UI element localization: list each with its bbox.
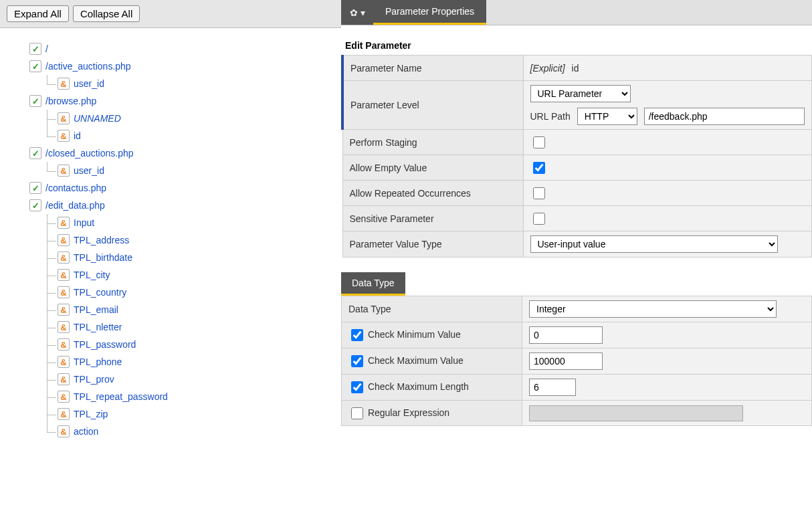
- max-value-input[interactable]: [529, 352, 603, 370]
- data-type-table: Data Type Integer Check Minimum Value: [341, 296, 812, 426]
- tree-item-label[interactable]: TPL_password: [74, 339, 136, 350]
- caret-down-icon: ▾: [361, 7, 365, 18]
- param-name-value-cell: [Explicit] id: [523, 56, 812, 81]
- tree-param-row[interactable]: &TPL_nletter: [58, 318, 334, 336]
- file-icon: ✓: [29, 60, 41, 72]
- tree-item-label[interactable]: /: [45, 43, 48, 54]
- regex-input-disabled: [529, 405, 743, 421]
- min-value-input[interactable]: [529, 326, 603, 344]
- collapse-all-button[interactable]: Collapse All: [73, 5, 140, 22]
- check-len-checkbox[interactable]: [351, 381, 363, 393]
- param-level-label: Parameter Level: [342, 81, 523, 130]
- tree-param-row[interactable]: &TPL_repeat_password: [58, 388, 334, 405]
- url-path-input[interactable]: [644, 108, 805, 125]
- tree-param-row[interactable]: &action: [58, 423, 334, 440]
- tree-param-row[interactable]: &user_id: [58, 162, 334, 179]
- tree-param-row[interactable]: &TPL_city: [58, 266, 334, 284]
- url-path-protocol-select[interactable]: HTTP: [577, 108, 637, 125]
- tree-item-label[interactable]: TPL_address: [74, 235, 129, 245]
- tree-item-label[interactable]: TPL_zip: [74, 409, 108, 419]
- tree-item-label[interactable]: TPL_country: [74, 287, 126, 298]
- param-icon: &: [58, 408, 70, 420]
- param-icon: &: [58, 391, 70, 403]
- tree-item-label[interactable]: id: [74, 130, 81, 141]
- tree-param-row[interactable]: &user_id: [58, 75, 334, 92]
- param-icon: &: [58, 112, 70, 124]
- tree-file-row[interactable]: ✓/contactus.php: [29, 179, 334, 197]
- tree-param-row[interactable]: &id: [58, 127, 334, 144]
- regex-checkbox[interactable]: [351, 407, 363, 419]
- check-max-checkbox[interactable]: [351, 355, 363, 367]
- tree-item-label[interactable]: TPL_birthdate: [74, 252, 132, 263]
- param-name-label: Parameter Name: [342, 56, 523, 81]
- tree-param-row[interactable]: &TPL_password: [58, 336, 334, 353]
- check-min-checkbox[interactable]: [351, 329, 363, 341]
- data-type-label: Data Type: [342, 296, 522, 322]
- properties-panel: ✿ ▾ Parameter Properties Edit Parameter …: [341, 0, 812, 509]
- allow-empty-checkbox[interactable]: [533, 162, 545, 174]
- tree-item-label[interactable]: action: [74, 426, 98, 437]
- tab-parameter-properties[interactable]: Parameter Properties: [373, 0, 486, 25]
- param-level-select[interactable]: URL Parameter: [530, 85, 631, 102]
- panel-tabbar: ✿ ▾ Parameter Properties: [341, 0, 812, 25]
- tree-item-label[interactable]: /active_auctions.php: [45, 61, 131, 72]
- check-len-label: Check Maximum Length: [368, 381, 469, 392]
- param-icon: &: [58, 425, 70, 437]
- tree-file-row[interactable]: ✓/edit_data.php: [29, 197, 334, 214]
- tree-item-label[interactable]: TPL_email: [74, 304, 118, 315]
- tree-item-label[interactable]: TPL_phone: [74, 357, 122, 367]
- param-icon: &: [58, 78, 70, 90]
- perform-staging-checkbox[interactable]: [533, 136, 545, 148]
- tree-item-label[interactable]: user_id: [74, 78, 104, 89]
- settings-gear-tab[interactable]: ✿ ▾: [341, 0, 373, 25]
- param-value-type-select[interactable]: User-input value: [530, 235, 778, 253]
- tree-toolbar: Expand All Collapse All: [0, 0, 341, 28]
- expand-all-button[interactable]: Expand All: [7, 5, 69, 22]
- tree-item-label[interactable]: UNNAMED: [74, 113, 121, 124]
- tree-item-label[interactable]: /contactus.php: [45, 183, 106, 193]
- param-icon: &: [58, 217, 70, 229]
- sensitive-param-label: Sensitive Parameter: [342, 206, 523, 231]
- tree-param-row[interactable]: &TPL_phone: [58, 353, 334, 371]
- allow-empty-label: Allow Empty Value: [342, 155, 523, 181]
- tree-item-label[interactable]: Input: [74, 217, 94, 228]
- tree-param-row[interactable]: &Input: [58, 214, 334, 231]
- tab-data-type[interactable]: Data Type: [341, 272, 405, 296]
- tree-item-label[interactable]: TPL_prov: [74, 374, 114, 385]
- tree-item-label[interactable]: TPL_repeat_password: [74, 391, 168, 402]
- file-icon: ✓: [29, 199, 41, 211]
- allow-repeated-label: Allow Repeated Occurrences: [342, 181, 523, 206]
- tree-item-label[interactable]: TPL_city: [74, 270, 110, 280]
- tree-item-label[interactable]: /edit_data.php: [45, 200, 105, 211]
- edit-parameter-heading: Edit Parameter: [341, 40, 812, 55]
- param-icon: &: [58, 251, 70, 264]
- tree-item-label[interactable]: /closed_auctions.php: [45, 148, 134, 159]
- tree-param-row[interactable]: &TPL_address: [58, 231, 334, 249]
- param-icon: &: [58, 338, 70, 350]
- tree-param-row[interactable]: &TPL_prov: [58, 371, 334, 388]
- param-icon: &: [58, 130, 70, 142]
- tree-param-row[interactable]: &TPL_zip: [58, 405, 334, 423]
- tree-param-row[interactable]: &UNNAMED: [58, 110, 334, 127]
- param-icon: &: [58, 373, 70, 385]
- tree-file-row[interactable]: ✓/browse.php: [29, 92, 334, 110]
- tree-item-label[interactable]: /browse.php: [45, 96, 96, 106]
- tree-param-row[interactable]: &TPL_email: [58, 301, 334, 318]
- tree-file-row[interactable]: ✓/active_auctions.php: [29, 58, 334, 75]
- tree-file-row[interactable]: ✓/closed_auctions.php: [29, 144, 334, 162]
- max-length-input[interactable]: [529, 379, 576, 396]
- tree-file-row[interactable]: ✓/: [29, 40, 334, 58]
- tree-item-label[interactable]: TPL_nletter: [74, 322, 122, 332]
- sensitive-param-checkbox[interactable]: [533, 213, 545, 225]
- param-icon: &: [58, 286, 70, 298]
- param-icon: &: [58, 269, 70, 281]
- tree-param-row[interactable]: &TPL_birthdate: [58, 249, 334, 266]
- tree-param-row[interactable]: &TPL_country: [58, 284, 334, 301]
- data-type-select[interactable]: Integer: [529, 300, 777, 318]
- tree-item-label[interactable]: user_id: [74, 165, 104, 176]
- allow-repeated-checkbox[interactable]: [533, 187, 545, 199]
- file-icon: ✓: [29, 95, 41, 107]
- param-icon: &: [58, 321, 70, 333]
- param-icon: &: [58, 234, 70, 246]
- parameter-tree: ✓/✓/active_auctions.php&user_id✓/browse.…: [0, 28, 341, 509]
